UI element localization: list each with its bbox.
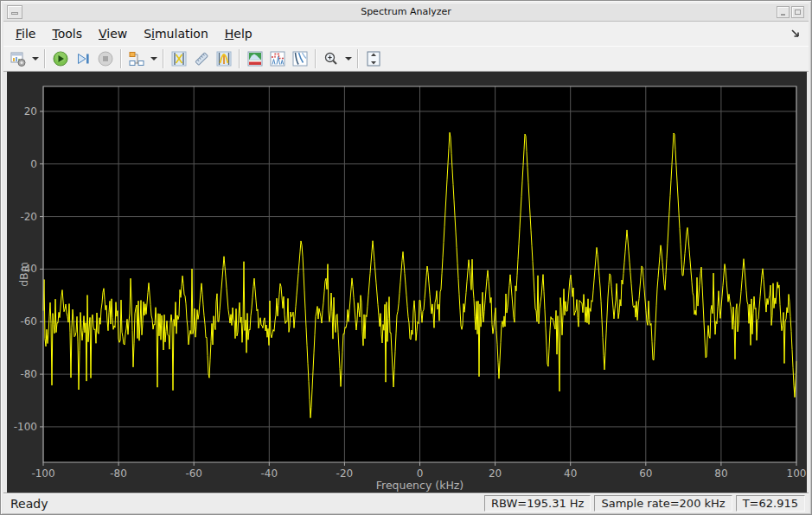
svg-text:20: 20 — [24, 105, 37, 118]
spectrum-plot[interactable]: -100-80-60-40-20020406080100200-20-40-60… — [7, 72, 807, 493]
toolbar-separator — [163, 49, 164, 68]
toolbar-separator — [315, 49, 316, 68]
svg-text:-80: -80 — [20, 368, 37, 380]
titlebar: Spectrum Analyzer — [3, 3, 809, 22]
figure-area: -100-80-60-40-20020406080100200-20-40-60… — [7, 72, 807, 493]
svg-text:-100: -100 — [14, 421, 37, 433]
spectrum-analyzer-window: Spectrum Analyzer FileToolsViewSimulatio… — [0, 0, 812, 515]
minimize-button[interactable] — [777, 6, 790, 18]
svg-text:40: 40 — [564, 467, 577, 480]
svg-text:-20: -20 — [20, 211, 37, 223]
toolbar-separator — [44, 49, 46, 68]
status-panels: RBW=195.31 Hz Sample rate=200 kHz T=62.9… — [484, 495, 805, 512]
maximize-icon — [795, 10, 801, 15]
svg-text:-40: -40 — [260, 467, 278, 480]
menu-help[interactable]: Help — [220, 24, 258, 43]
minimize-icon — [781, 14, 785, 16]
svg-text:60: 60 — [639, 467, 652, 480]
spectrum-settings-icon — [246, 50, 264, 67]
stop-button[interactable] — [94, 48, 117, 69]
maximize-button[interactable] — [791, 6, 804, 18]
x-axis-label: Frequency (kHz) — [376, 479, 464, 492]
menu-view[interactable]: View — [93, 24, 132, 43]
dropdown-caret-icon — [32, 56, 39, 61]
menu-file[interactable]: File — [10, 24, 41, 43]
cursor-measurements-icon — [170, 50, 188, 67]
toolbar — [3, 46, 809, 72]
svg-text:-100: -100 — [31, 467, 54, 480]
signal-statistics-icon — [193, 50, 210, 67]
menu-items: FileToolsViewSimulationHelp — [10, 24, 264, 43]
spectrum-settings-button[interactable] — [244, 48, 266, 69]
svg-text:80: 80 — [714, 467, 727, 480]
dropdown-caret-icon — [345, 56, 352, 61]
spectrogram-icon — [291, 50, 309, 67]
spectral-mask-icon — [269, 50, 286, 67]
menu-simulation[interactable]: Simulation — [138, 24, 214, 43]
scale-y-axis-icon — [365, 50, 382, 67]
run-icon — [52, 50, 69, 67]
toolbar-separator — [239, 49, 240, 68]
window-title: Spectrum Analyzer — [3, 6, 809, 17]
scope-settings-dropdown[interactable] — [29, 48, 41, 69]
dock-icon[interactable] — [790, 29, 802, 40]
zoom-in-icon — [323, 50, 340, 67]
y-axis-label: dBm — [17, 262, 30, 287]
peak-finder-icon — [215, 50, 233, 67]
stop-icon — [97, 50, 114, 67]
toolbar-separator — [120, 49, 122, 68]
status-sample-rate: Sample rate=200 kHz — [594, 495, 732, 512]
scale-y-axis-button[interactable] — [362, 48, 385, 69]
scope-settings-icon — [10, 50, 27, 67]
spectrogram-button[interactable] — [289, 48, 311, 69]
svg-text:0: 0 — [417, 467, 424, 480]
simulink-connect-dropdown[interactable] — [148, 48, 159, 69]
svg-text:20: 20 — [489, 467, 502, 480]
dropdown-caret-icon — [150, 56, 157, 61]
zoom-in-button[interactable] — [320, 48, 342, 69]
step-forward-icon — [74, 50, 92, 67]
toolbar-separator — [357, 49, 359, 68]
run-button[interactable] — [49, 48, 72, 69]
simulink-connect-icon — [128, 50, 145, 67]
svg-text:-60: -60 — [185, 467, 202, 480]
svg-text:100: 100 — [787, 467, 807, 480]
svg-text:-60: -60 — [20, 315, 37, 327]
simulink-connect-button[interactable] — [125, 48, 148, 69]
menubar: FileToolsViewSimulationHelp — [3, 22, 809, 46]
svg-text:-20: -20 — [336, 467, 354, 480]
status-time: T=62.915 — [736, 495, 805, 512]
cursor-measurements-button[interactable] — [168, 48, 190, 69]
statusbar: Ready RBW=195.31 Hz Sample rate=200 kHz … — [3, 493, 809, 513]
status-rbw: RBW=195.31 Hz — [484, 495, 591, 512]
menu-tools[interactable]: Tools — [47, 24, 87, 43]
scope-settings-button[interactable] — [7, 48, 29, 69]
step-forward-button[interactable] — [72, 48, 94, 69]
signal-statistics-button[interactable] — [190, 48, 213, 69]
peak-finder-button[interactable] — [213, 48, 235, 69]
spectral-mask-button[interactable] — [266, 48, 289, 69]
svg-text:0: 0 — [30, 158, 37, 170]
svg-text:-80: -80 — [110, 467, 127, 480]
status-ready: Ready — [10, 497, 48, 511]
zoom-dropdown[interactable] — [342, 48, 354, 69]
